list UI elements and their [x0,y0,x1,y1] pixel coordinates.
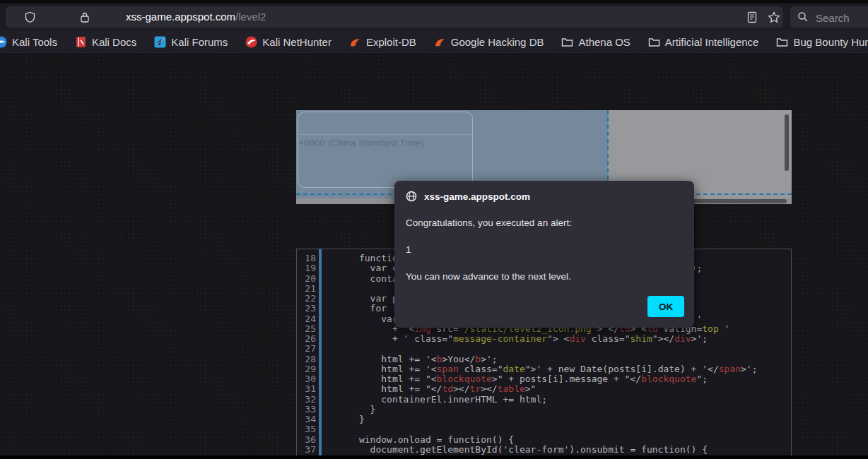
bookmark-kali-docs[interactable]: Kali Docs [75,36,136,48]
code-line: html += '<b>You</b>'; [326,354,758,364]
line-numbers: 18 19 20 21 22 23 24 25 26 27 28 29 30 3… [297,254,316,459]
bookmark-kali-tools[interactable]: Kali Tools [0,36,57,48]
bookmark-kali-forums[interactable]: Kali Forums [154,36,228,48]
exploit-db-icon [434,36,446,48]
bookmarks-toolbar: Kali ToolsKali DocsKali ForumsKali NetHu… [0,30,868,54]
bookmark-kali-nethunter[interactable]: Kali NetHunter [245,36,332,48]
bookmark-google-hacking-db[interactable]: Google Hacking DB [434,36,544,48]
post-card-divider [298,134,471,135]
exploit-db-icon [349,36,361,48]
bookmark-label: Google Hacking DB [451,36,544,48]
alert-message-line3: You can now advance to the next level. [406,271,571,282]
bookmark-label: Artificial Intelligence [665,36,759,48]
url-host: xss-game.appspot.com [126,11,235,23]
code-line: + ' class="message-container"> <div clas… [326,334,758,344]
bookmark-label: Kali Tools [12,36,57,48]
globe-icon [406,191,417,202]
bookmark-label: Athena OS [578,36,630,48]
bookmark-artificial-intelligence[interactable]: Artificial Intelligence [648,36,759,48]
alert-origin: xss-game.appspot.com [424,191,530,202]
kali-tools-icon [0,36,7,48]
bookmark-label: Exploit-DB [366,36,416,48]
post-card: +0800 (China Standard Time) [298,112,473,188]
search-bar[interactable] [790,6,868,28]
search-input[interactable] [814,6,868,29]
url-bar[interactable]: xss-game.appspot.com/level2 [6,6,783,28]
bookmark-label: Bug Bounty Hunting [793,36,868,48]
code-line: html += '<span class="date">' + new Date… [326,364,758,374]
lock-icon[interactable] [79,11,90,23]
shield-icon[interactable] [24,11,36,23]
bookmark-label: Kali Forums [171,36,228,48]
url-text[interactable]: xss-game.appspot.com/level2 [126,6,266,28]
code-line: containerEl.innerHTML += html; [326,395,758,405]
bookmark-label: Kali Docs [92,36,136,48]
alert-dialog-header: xss-game.appspot.com [406,191,530,202]
post-date-text: +0800 (China Standard Time) [298,138,470,148]
gutter-divider [319,249,322,459]
bookmark-label: Kali NetHunter [262,36,332,48]
kali-docs-icon [75,36,87,48]
kali-nethunter-icon [245,36,257,48]
code-line: } [326,405,758,415]
folder-icon [561,36,573,48]
alert-message-line2: 1 [406,244,411,255]
bookmark-bug-bounty-hunting[interactable]: Bug Bounty Hunting [776,36,868,48]
code-line: window.onload = function() { [326,435,758,445]
code-line: document.getElementById('clear-form').on… [326,445,758,455]
code-line: html += "</td></tr></table>" [326,384,758,394]
ok-button[interactable]: OK [647,296,684,317]
code-line [326,344,758,354]
code-line: } [326,415,758,424]
kali-forums-icon [154,36,166,48]
magnifier-icon [797,11,809,23]
bookmark-exploit-db[interactable]: Exploit-DB [349,36,416,48]
bookmark-athena-os[interactable]: Athena OS [561,36,630,48]
alert-dialog: xss-game.appspot.com Congratulations, yo… [394,181,694,328]
star-icon[interactable] [768,11,780,23]
folder-icon [648,36,660,48]
folder-icon [776,36,788,48]
code-line: html += "<blockquote>" + posts[i].messag… [326,374,758,384]
url-path: /level2 [235,11,266,23]
navigation-toolbar: xss-game.appspot.com/level2 [0,4,868,30]
code-line [326,424,758,434]
vertical-scrollbar-thumb[interactable] [785,114,789,171]
reader-mode-icon[interactable] [746,11,758,23]
browser-window: xss-game.appspot.com/level2 Kali ToolsKa… [0,0,868,459]
alert-message-line1: Congratulations, you executed an alert: [406,217,572,228]
window-bottom-edge [0,455,868,459]
